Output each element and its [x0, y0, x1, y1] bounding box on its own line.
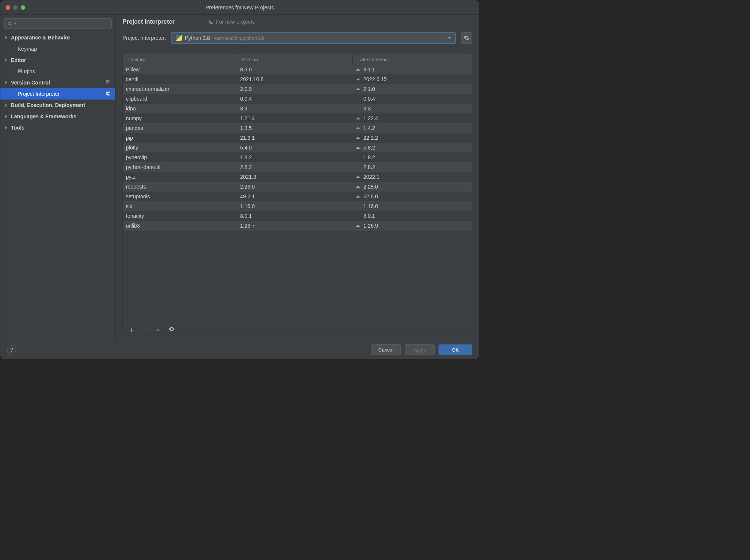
main-panel: Project Interpreter For new projects Pro…	[116, 15, 479, 340]
remove-package-button[interactable]: −	[143, 326, 147, 333]
cell-package: pandas	[123, 125, 237, 131]
cell-version: 1.8.2	[237, 154, 353, 160]
table-row[interactable]: plotly5.4.05.8.2	[123, 143, 472, 152]
table-body: Pillow8.3.09.1.1certifi2021.10.82022.6.1…	[123, 65, 472, 324]
page-title: Project Interpreter	[122, 18, 175, 25]
chevron-down-icon	[14, 22, 17, 25]
packages-table: Package Version Latest version Pillow8.3…	[122, 54, 472, 335]
preferences-window: Preferences for New Projects Appearance …	[0, 0, 479, 359]
package-toolbar: ＋ −	[123, 324, 472, 335]
upgrade-available-icon	[356, 137, 360, 139]
svg-rect-2	[107, 81, 110, 84]
table-row[interactable]: numpy1.21.41.22.4	[123, 113, 472, 123]
cell-latest: 5.8.2	[353, 145, 472, 151]
gear-icon	[464, 35, 470, 41]
table-row[interactable]: tenacity8.0.18.0.1	[123, 211, 472, 221]
table-row[interactable]: python-dateutil2.8.22.8.2	[123, 162, 472, 172]
upgrade-available-icon	[356, 88, 360, 90]
sidebar-item-keymap[interactable]: Keymap	[0, 43, 115, 54]
sidebar-item-project-interpreter[interactable]: Project Interpreter	[0, 88, 115, 100]
table-row[interactable]: pip21.3.122.1.2	[123, 133, 472, 143]
search-field[interactable]	[18, 21, 108, 27]
cell-latest: 3.3	[353, 106, 472, 112]
column-header-package[interactable]: Package	[123, 54, 237, 65]
sidebar-item-label: Tools	[11, 125, 24, 131]
cell-version: 5.4.0	[237, 145, 353, 151]
cell-latest: 1.8.2	[353, 154, 472, 160]
table-row[interactable]: requests2.26.02.28.0	[123, 182, 472, 192]
search-input[interactable]	[4, 18, 112, 29]
table-row[interactable]: idna3.33.3	[123, 104, 472, 113]
sidebar-item-label: Keymap	[18, 46, 37, 52]
cell-version: 2.8.2	[237, 164, 353, 170]
column-header-latest[interactable]: Latest version	[353, 54, 472, 65]
svg-rect-5	[106, 92, 109, 94]
search-icon	[8, 21, 12, 26]
cell-latest: 1.22.4	[353, 115, 472, 121]
ok-button[interactable]: OK	[439, 344, 472, 355]
sidebar-item-appearance-behavior[interactable]: Appearance & Behavior	[0, 32, 115, 43]
upgrade-available-icon	[356, 186, 360, 188]
table-row[interactable]: certifi2021.10.82022.6.15	[123, 74, 472, 84]
chevron-right-icon	[5, 115, 7, 118]
cancel-button[interactable]: Cancel	[371, 344, 401, 355]
interpreter-dropdown[interactable]: Python 3.8 /usr/local/bin/python3.9	[171, 32, 456, 44]
cell-latest: 2022.6.15	[353, 76, 472, 82]
table-row[interactable]: setuptools49.2.162.6.0	[123, 192, 472, 201]
interpreter-path: /usr/local/bin/python3.9	[214, 35, 264, 41]
cell-version: 1.16.0	[237, 203, 353, 209]
cell-package: six	[123, 203, 237, 209]
interpreter-settings-button[interactable]	[461, 32, 472, 44]
cell-version: 49.2.1	[237, 193, 353, 199]
upgrade-available-icon	[356, 225, 360, 227]
cell-version: 2.26.0	[237, 184, 353, 190]
table-row[interactable]: pandas1.3.51.4.2	[123, 123, 472, 133]
titlebar: Preferences for New Projects	[0, 0, 479, 15]
cell-latest: 2.1.0	[353, 86, 472, 92]
help-button[interactable]: ?	[7, 345, 16, 354]
sidebar-item-label: Plugins	[18, 68, 35, 74]
table-row[interactable]: pytz2021.32022.1	[123, 172, 472, 182]
chevron-down-icon	[448, 37, 451, 39]
svg-rect-3	[106, 80, 109, 83]
table-row[interactable]: pyperclip1.8.21.8.2	[123, 152, 472, 162]
sidebar-item-version-control[interactable]: Version Control	[0, 77, 115, 88]
cell-latest: 1.4.2	[353, 125, 472, 131]
table-row[interactable]: six1.16.01.16.0	[123, 201, 472, 211]
upgrade-package-button[interactable]	[156, 326, 160, 333]
cell-version: 21.3.1	[237, 135, 353, 141]
table-row[interactable]: charset-normalizer2.0.92.1.0	[123, 84, 472, 94]
sidebar-item-editor[interactable]: Editor	[0, 54, 115, 66]
cell-latest: 2.28.0	[353, 184, 472, 190]
cell-package: tenacity	[123, 213, 237, 219]
chevron-right-icon	[5, 126, 7, 130]
column-header-version[interactable]: Version	[237, 54, 353, 65]
apply-button[interactable]: Apply	[405, 344, 435, 355]
cell-package: requests	[123, 184, 237, 190]
dialog-footer: ? Cancel Apply OK	[0, 340, 479, 359]
cell-package: pip	[123, 135, 237, 141]
table-row[interactable]: clipboard0.0.40.0.4	[123, 94, 472, 104]
cell-package: python-dateutil	[123, 164, 237, 170]
add-package-button[interactable]: ＋	[128, 326, 135, 333]
cell-version: 1.26.7	[237, 223, 353, 229]
upgrade-available-icon	[356, 117, 360, 119]
show-early-releases-button[interactable]	[168, 326, 175, 334]
cell-latest: 1.26.9	[353, 223, 472, 229]
cell-version: 8.3.0	[237, 66, 353, 72]
sidebar-item-build-execution-deployment[interactable]: Build, Execution, Deployment	[0, 100, 115, 111]
table-row[interactable]: Pillow8.3.09.1.1	[123, 65, 472, 74]
cell-version: 2021.3	[237, 174, 353, 180]
cell-version: 8.0.1	[237, 213, 353, 219]
sidebar-item-label: Build, Execution, Deployment	[11, 102, 85, 108]
cell-package: certifi	[123, 76, 237, 82]
sidebar-item-languages-frameworks[interactable]: Languages & Frameworks	[0, 111, 115, 122]
svg-line-1	[11, 24, 12, 26]
sidebar-item-tools[interactable]: Tools	[0, 122, 115, 133]
cell-version: 2.0.9	[237, 86, 353, 92]
table-row[interactable]: urllib31.26.71.26.9	[123, 221, 472, 231]
copy-icon	[106, 91, 111, 97]
interpreter-label: Project Interpreter:	[122, 35, 166, 41]
python-icon	[176, 35, 182, 41]
sidebar-item-plugins[interactable]: Plugins	[0, 66, 115, 77]
